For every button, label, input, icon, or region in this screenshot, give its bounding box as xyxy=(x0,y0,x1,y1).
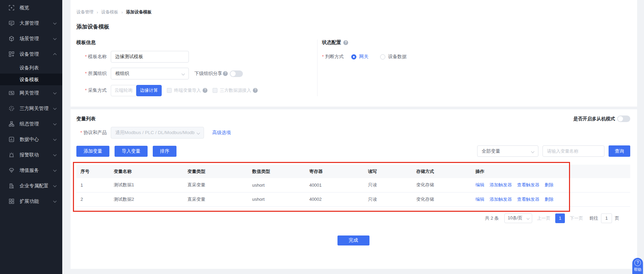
help-question-icon[interactable] xyxy=(203,88,207,93)
edit-link[interactable]: 编辑 xyxy=(475,196,484,202)
radio-device-data-option[interactable]: 设备数据 xyxy=(380,54,407,60)
view-trigger-link[interactable]: 查看触发器 xyxy=(517,196,539,202)
collect-mode-label: 采集方式 xyxy=(76,87,107,94)
template-name-row: 模板名称 xyxy=(76,51,317,63)
sort-button[interactable]: 排序 xyxy=(153,146,176,157)
radio-selected-icon[interactable] xyxy=(351,54,356,59)
delete-link[interactable]: 删除 xyxy=(545,196,554,202)
sidebar-item-third-party-gateway[interactable]: 三方网关管理 xyxy=(0,101,62,116)
sidebar-item-device[interactable]: 设备管理 xyxy=(0,46,62,62)
judge-mode-label: 判断方式 xyxy=(322,54,344,60)
next-page-button[interactable]: 下一页 xyxy=(570,215,583,221)
radio-gateway-label: 网关 xyxy=(359,54,368,60)
breadcrumb-device-template[interactable]: 设备模板 xyxy=(101,9,118,15)
chevron-down-icon xyxy=(53,122,57,125)
help-widget[interactable]: 帮助 xyxy=(632,258,643,274)
judge-mode-row: 判断方式 网关 设备数据 xyxy=(322,51,630,63)
column-header-data-type: 数值类型 xyxy=(248,165,305,178)
main-content: 设备管理 设备模板 添加设备模板 添加设备模板 模板信息 模板名称 所属组织 xyxy=(62,0,644,274)
sidebar-item-data-center[interactable]: 数据中心 xyxy=(0,132,62,147)
variable-search-input[interactable] xyxy=(543,145,604,157)
cell-register: 40001 xyxy=(305,178,364,192)
import-variable-button[interactable]: 导入变量 xyxy=(115,146,148,157)
query-button[interactable]: 查询 xyxy=(609,145,630,157)
org-select[interactable]: 根组织 xyxy=(111,68,189,79)
help-question-icon[interactable] xyxy=(253,88,258,93)
status-config-section-title: 状态配置 xyxy=(322,40,630,46)
variable-filter-select[interactable]: 全部变量 xyxy=(477,145,538,157)
chevron-down-icon xyxy=(53,21,57,24)
advanced-options-link[interactable]: 高级选项 xyxy=(212,130,231,136)
cell-name: 测试数据1 xyxy=(110,178,183,192)
delete-link[interactable]: 删除 xyxy=(545,182,554,188)
add-variable-button[interactable]: 添加变量 xyxy=(76,146,109,157)
variable-toolbar: 添加变量 导入变量 排序 全部变量 查询 xyxy=(76,145,630,157)
add-trigger-link[interactable]: 添加触发器 xyxy=(490,182,512,188)
cloud-poll-option[interactable]: 云端轮询 xyxy=(111,85,136,96)
page-size-select[interactable]: 10条/页 xyxy=(504,213,532,223)
breadcrumb-device-management[interactable]: 设备管理 xyxy=(76,9,94,15)
cell-index: 1 xyxy=(76,178,110,192)
sidebar-item-extension[interactable]: 扩展功能 xyxy=(0,194,62,209)
chevron-down-icon xyxy=(527,217,529,219)
finish-button[interactable]: 完成 xyxy=(337,235,369,245)
sidebar: 概览 大屏管理 场景管理 设备管理 设备列表 设备模板 xyxy=(0,0,62,274)
sidebar-item-alarm[interactable]: 报警联动 xyxy=(0,147,62,163)
radio-unselected-icon[interactable] xyxy=(380,54,385,59)
chevron-up-icon xyxy=(53,53,57,57)
sidebar-item-label: 增值服务 xyxy=(20,167,54,174)
prev-page-button[interactable]: 上一页 xyxy=(537,215,550,221)
page-jump-input[interactable] xyxy=(601,213,612,223)
sidebar-item-label: 场景管理 xyxy=(20,36,54,42)
pagination-total: 共 2 条 xyxy=(485,215,499,221)
chevron-down-icon xyxy=(197,131,200,135)
sidebar-subitem-device-template[interactable]: 设备模板 xyxy=(0,74,62,85)
sidebar-item-overview[interactable]: 概览 xyxy=(0,0,62,15)
sidebar-item-enterprise[interactable]: 企业专属配置 xyxy=(0,178,62,194)
edit-link[interactable]: 编辑 xyxy=(475,182,484,188)
sidebar-item-value-added[interactable]: 增值服务 xyxy=(0,163,62,178)
terminal-import-label: 终端变量导入 xyxy=(174,87,201,94)
sidebar-item-label: 大屏管理 xyxy=(20,20,54,26)
pagination: 共 2 条 10条/页 上一页 1 下一页 前往 页 xyxy=(76,213,619,223)
help-question-icon[interactable] xyxy=(343,40,348,45)
org-select-value: 根组织 xyxy=(115,70,180,77)
sidebar-subitem-device-list[interactable]: 设备列表 xyxy=(0,62,62,74)
terminal-import-checkbox[interactable] xyxy=(167,88,172,93)
share-toggle[interactable] xyxy=(230,70,243,77)
column-header-rw: 读写 xyxy=(364,165,412,178)
sidebar-item-gateway[interactable]: 网关管理 xyxy=(0,85,62,101)
help-question-icon[interactable] xyxy=(223,71,228,76)
view-trigger-link[interactable]: 查看触发器 xyxy=(517,182,539,188)
sidebar-item-big-screen[interactable]: 大屏管理 xyxy=(0,15,62,31)
column-header-storage: 存储方式 xyxy=(412,165,471,178)
template-form: 模板信息 模板名称 所属组织 根组织 下级组织分享 xyxy=(76,40,630,96)
row-actions: 编辑 添加触发器 查看触发器 删除 xyxy=(475,182,626,188)
sidebar-item-label: 概览 xyxy=(20,5,56,11)
radio-gateway-option[interactable]: 网关 xyxy=(351,54,368,60)
sidebar-item-scene[interactable]: 场景管理 xyxy=(0,31,62,46)
cell-var-type: 直采变量 xyxy=(183,178,248,192)
add-trigger-link[interactable]: 添加触发器 xyxy=(490,196,512,202)
current-page-button[interactable]: 1 xyxy=(555,213,565,223)
page-jump-prefix: 前往 xyxy=(589,215,598,221)
data-center-icon xyxy=(9,136,14,142)
third-party-source-checkbox[interactable] xyxy=(213,88,217,93)
sidebar-item-configuration[interactable]: 组态管理 xyxy=(0,116,62,132)
chevron-down-icon xyxy=(53,91,57,94)
protocol-row: 协议和产品 通用Modbus / PLC / DL/Modbus/Modbus … xyxy=(76,127,630,139)
table-header-row: 序号 变量名称 变量类型 数值类型 寄存器 读写 存储方式 操作 xyxy=(76,165,630,178)
status-config-column: 状态配置 判断方式 网关 设备数据 xyxy=(317,40,630,96)
chevron-down-icon xyxy=(53,36,57,40)
sidebar-item-label: 设备管理 xyxy=(20,51,54,57)
sidebar-item-label: 扩展功能 xyxy=(20,198,54,205)
multi-slave-toggle[interactable] xyxy=(617,116,630,122)
third-party-gateway-icon xyxy=(9,106,14,111)
help-label: 帮助 xyxy=(634,267,642,272)
cell-rw: 只读 xyxy=(364,192,412,206)
cell-storage: 变化存储 xyxy=(412,192,471,206)
variable-search-group: 全部变量 查询 xyxy=(477,145,630,157)
page-jump-control: 前往 页 xyxy=(589,213,619,223)
edge-compute-option[interactable]: 边缘计算 xyxy=(136,85,162,96)
template-name-input[interactable] xyxy=(111,51,189,63)
